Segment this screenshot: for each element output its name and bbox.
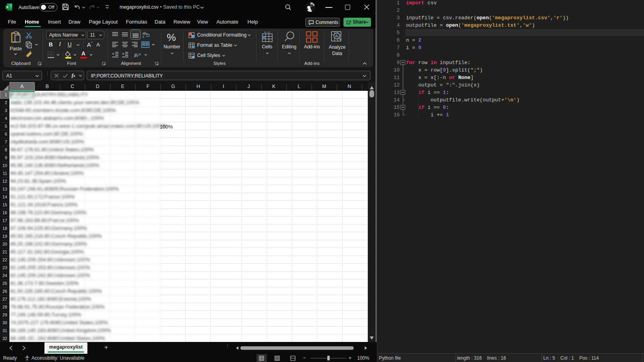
svg-text:c: c	[142, 35, 144, 38]
svg-text:ab: ab	[134, 52, 138, 58]
